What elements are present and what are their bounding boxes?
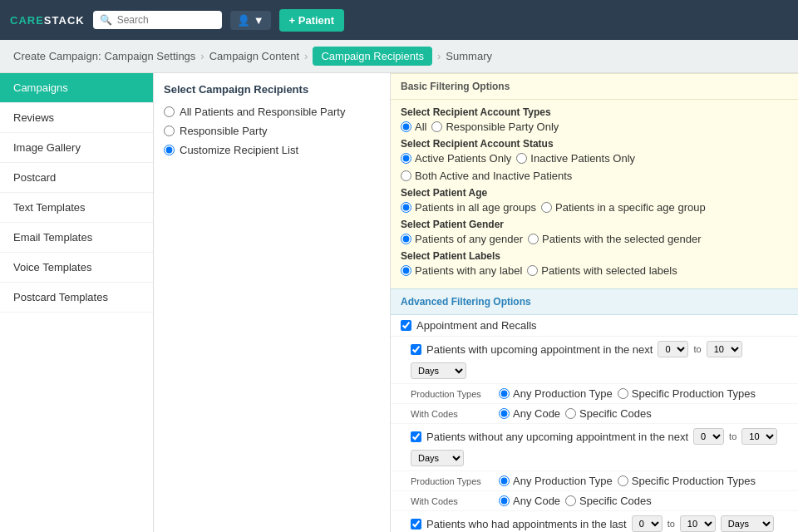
search-box[interactable]: 🔍 [93,11,222,29]
account-types-section: Select Recipient Account Types All Respo… [401,106,788,133]
user-icon: 👤 [237,14,250,27]
account-type-all[interactable]: All [401,121,426,133]
top-navigation: CARESTACK 🔍 👤 ▼ + Patient [0,0,798,40]
account-types-label: Select Recipient Account Types [401,106,788,118]
had-appt-from-select[interactable]: 01 [632,515,663,532]
option-customize[interactable]: Customize Recipient List [164,144,380,156]
account-type-responsible[interactable]: Responsible Party Only [431,121,559,133]
appointment-recalls-row: Appointment and Recalls [391,315,798,337]
patient-labels-options: Patients with any label Patients with se… [401,264,788,277]
labels-any[interactable]: Patients with any label [401,264,522,277]
sidebar-item-postcard-templates[interactable]: Postcard Templates [0,283,153,313]
basic-filtering-header: Basic Filtering Options [391,73,798,100]
upcoming-prod-any[interactable]: Any Production Type [499,387,613,400]
patient-gender-section: Select Patient Gender Patients of any ge… [401,219,788,245]
upcoming-appt-checkbox[interactable]: Patients with upcoming appointment in th… [411,343,653,356]
breadcrumb-campaign-content[interactable]: Campaign Content [209,50,299,62]
patient-age-label: Select Patient Age [401,187,788,199]
sidebar-item-campaigns[interactable]: Campaigns [0,73,153,103]
upcoming-codes-label: With Codes [411,409,494,419]
right-panel: Basic Filtering Options Select Recipient… [391,73,798,532]
had-appt-unit-select[interactable]: DaysWeeks [721,515,774,532]
patient-gender-label: Select Patient Gender [401,219,788,230]
upcoming-appt-row: Patients with upcoming appointment in th… [391,337,798,384]
no-upcoming-codes-row: With Codes Any Code Specific Codes [391,491,798,511]
upcoming-appt-codes-row: With Codes Any Code Specific Codes [391,404,798,424]
appointment-recalls-checkbox[interactable]: Appointment and Recalls [401,319,537,332]
no-upcoming-unit-select[interactable]: DaysWeeks [411,450,464,466]
no-upcoming-appt-row: Patients without any upcoming appointmen… [391,424,798,471]
gender-any[interactable]: Patients of any gender [401,233,523,245]
upcoming-appt-to-text: to [693,344,701,354]
no-upcoming-prod-any[interactable]: Any Production Type [499,475,613,487]
breadcrumb-summary[interactable]: Summary [446,50,492,62]
breadcrumb-campaign-settings[interactable]: Campaign Settings [105,50,196,62]
basic-filtering-content: Select Recipient Account Types All Respo… [391,100,798,288]
upcoming-codes-any[interactable]: Any Code [499,407,560,420]
status-inactive[interactable]: Inactive Patients Only [516,152,635,165]
no-upcoming-codes-specific[interactable]: Specific Codes [565,495,652,507]
had-appt-to-select[interactable]: 1020 [680,515,716,532]
labels-selected[interactable]: Patients with selected labels [527,264,677,277]
option-all-patients[interactable]: All Patients and Responsible Party [164,106,380,118]
age-all[interactable]: Patients in all age groups [401,201,536,214]
patient-labels-section: Select Patient Labels Patients with any … [401,250,788,277]
had-appt-checkbox[interactable]: Patients who had appointments in the las… [411,518,627,530]
upcoming-prod-label: Production Types [411,389,494,399]
patient-labels-label: Select Patient Labels [401,250,788,262]
breadcrumb-arrow-2: › [304,50,308,62]
patient-age-options: Patients in all age groups Patients in a… [401,201,788,214]
breadcrumb: Create Campaign: Campaign Settings › Cam… [0,40,798,73]
no-upcoming-from-select[interactable]: 01 [693,428,724,445]
upcoming-appt-to-select[interactable]: 102030 [707,341,742,357]
patient-age-section: Select Patient Age Patients in all age g… [401,187,788,214]
sidebar-item-email-templates[interactable]: Email Templates [0,223,153,253]
sidebar-item-reviews[interactable]: Reviews [0,103,153,133]
account-types-options: All Responsible Party Only [401,121,788,133]
option-customize-label: Customize Recipient List [180,144,298,156]
upcoming-prod-specific[interactable]: Specific Production Types [618,387,756,400]
left-panel: Select Campaign Recipients All Patients … [154,73,391,532]
age-specific[interactable]: Patients in a specific age group [541,201,706,214]
status-both[interactable]: Both Active and Inactive Patients [401,170,572,182]
sidebar-item-postcard[interactable]: Postcard [0,163,153,193]
gender-selected[interactable]: Patients with the selected gender [528,233,702,245]
app-logo: CARESTACK [10,12,85,27]
breadcrumb-prefix: Create Campaign: [13,50,101,62]
account-status-section: Select Recipient Account Status Active P… [401,138,788,182]
upcoming-appt-from-select[interactable]: 012 [658,341,688,357]
option-responsible-party[interactable]: Responsible Party [164,125,380,137]
user-button[interactable]: 👤 ▼ [230,11,271,30]
add-patient-button[interactable]: + Patient [279,9,345,32]
user-dropdown-arrow: ▼ [254,14,264,27]
advanced-filtering-content: Appointment and Recalls Patients with up… [391,315,798,532]
no-upcoming-appt-checkbox[interactable]: Patients without any upcoming appointmen… [411,431,688,443]
no-upcoming-prod-specific[interactable]: Specific Production Types [618,475,756,487]
main-layout: Campaigns Reviews Image Gallery Postcard… [0,73,798,532]
no-upcoming-codes-any[interactable]: Any Code [499,495,560,507]
no-upcoming-production-row: Production Types Any Production Type Spe… [391,471,798,491]
appointment-recalls-label: Appointment and Recalls [416,319,537,332]
no-upcoming-to-select[interactable]: 1020 [741,428,777,445]
breadcrumb-arrow-3: › [437,50,441,62]
account-status-label: Select Recipient Account Status [401,138,788,150]
upcoming-appt-unit-select[interactable]: DaysWeeksMonths [411,362,466,379]
sidebar-item-text-templates[interactable]: Text Templates [0,193,153,223]
breadcrumb-arrow-1: › [200,50,204,62]
upcoming-appt-production-row: Production Types Any Production Type Spe… [391,384,798,404]
search-input[interactable] [117,14,200,26]
breadcrumb-campaign-recipients[interactable]: Campaign Recipients [313,47,432,66]
patient-gender-options: Patients of any gender Patients with the… [401,233,788,245]
sidebar-item-image-gallery[interactable]: Image Gallery [0,133,153,163]
content-area: Select Campaign Recipients All Patients … [154,73,798,532]
sidebar: Campaigns Reviews Image Gallery Postcard… [0,73,154,532]
account-status-options: Active Patients Only Inactive Patients O… [401,152,788,182]
advanced-filtering-header: Advanced Filtering Options [391,288,798,315]
status-active[interactable]: Active Patients Only [401,152,511,165]
had-appt-row: Patients who had appointments in the las… [391,511,798,532]
sidebar-item-voice-templates[interactable]: Voice Templates [0,253,153,283]
option-all-patients-label: All Patients and Responsible Party [180,106,345,118]
upcoming-codes-specific[interactable]: Specific Codes [565,407,652,420]
recipient-options: All Patients and Responsible Party Respo… [164,106,380,156]
left-panel-title: Select Campaign Recipients [164,83,380,96]
